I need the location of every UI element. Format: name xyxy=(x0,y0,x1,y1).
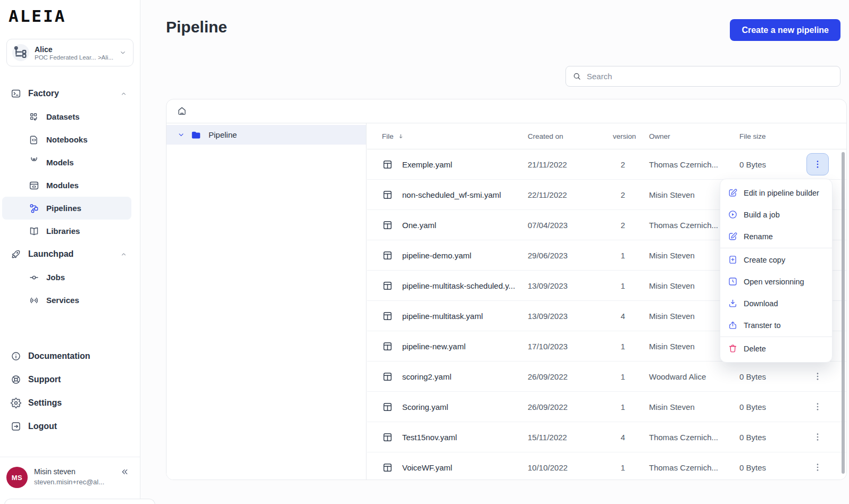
menu-item-open-versionning[interactable]: Open versionning xyxy=(720,271,832,292)
row-menu-button[interactable] xyxy=(806,396,829,418)
cell-created: 10/10/2022 xyxy=(520,463,605,472)
sidebar-item-pipelines[interactable]: Pipelines xyxy=(2,197,131,220)
cell-file: Scoring.yaml xyxy=(367,401,520,413)
cell-owner: Thomas Czernich... xyxy=(641,433,731,442)
cell-version: 1 xyxy=(605,463,641,472)
workspace-selector[interactable]: Alice POC Federated Lear... >Ali... xyxy=(6,39,134,66)
table-row[interactable]: Scoring.yaml26/09/20221Misin Steven0 Byt… xyxy=(367,392,846,422)
collapse-sidebar-icon[interactable] xyxy=(120,467,129,476)
row-menu-button[interactable] xyxy=(806,365,829,388)
play-icon xyxy=(728,209,738,220)
create-pipeline-button[interactable]: Create a new pipeline xyxy=(730,19,840,41)
menu-item-edit-in-pipeline-builder[interactable]: Edit in pipeline builder xyxy=(720,182,832,204)
menu-item-label: Open versionning xyxy=(744,278,804,286)
sidebar-item-modules[interactable]: Modules xyxy=(0,174,140,197)
datasets-icon xyxy=(29,112,39,122)
column-header-label: Created on xyxy=(528,132,563,140)
file-name: pipeline-demo.yaml xyxy=(402,251,471,260)
menu-item-delete[interactable]: Delete xyxy=(720,338,832,359)
file-name: One.yaml xyxy=(402,221,436,230)
sidebar-group-factory[interactable]: Factory xyxy=(0,82,140,105)
chevron-down-icon xyxy=(119,49,127,56)
file-table-icon xyxy=(382,159,393,170)
sidebar-link-label: Logout xyxy=(28,422,57,431)
page-title: Pipeline xyxy=(166,18,227,36)
table-row[interactable]: scoring2.yaml26/09/20221Woodward Alice0 … xyxy=(367,362,846,392)
folder-tree: Pipeline xyxy=(167,123,367,480)
sidebar-link-label: Support xyxy=(28,375,61,384)
workspace-scope: POC Federated Lear... >Ali... xyxy=(35,54,113,61)
home-icon xyxy=(177,106,187,116)
sidebar-item-jobs[interactable]: Jobs xyxy=(0,266,140,289)
table-row[interactable]: Exemple.yaml21/11/20222Thomas Czernich..… xyxy=(367,149,846,180)
cell-version: 1 xyxy=(605,402,641,411)
row-menu-button[interactable] xyxy=(806,426,829,448)
search-input[interactable] xyxy=(586,71,834,81)
cell-version: 2 xyxy=(605,190,641,199)
settings-icon xyxy=(11,398,21,408)
table-scrollbar[interactable] xyxy=(842,152,845,474)
modules-icon xyxy=(29,180,39,191)
file-name: non-scheduled_wf-smi.yaml xyxy=(402,190,501,199)
cell-owner: Woodward Alice xyxy=(641,372,731,381)
folder-icon xyxy=(190,129,202,140)
sidebar-link-settings[interactable]: Settings xyxy=(0,391,140,415)
app-root: ALEIA Alice POC Federated Lear... >Ali..… xyxy=(0,0,849,504)
row-menu-button[interactable] xyxy=(806,456,829,478)
cell-version: 2 xyxy=(605,221,641,230)
file-name: VoiceWF.yaml xyxy=(402,463,452,472)
row-menu-button[interactable] xyxy=(806,153,829,175)
workspace-name: Alice xyxy=(35,45,113,54)
cell-actions xyxy=(795,365,846,388)
cell-file: pipeline-demo.yaml xyxy=(367,250,520,261)
search-icon xyxy=(572,72,581,81)
sidebar-link-logout[interactable]: Logout xyxy=(0,415,140,438)
menu-divider xyxy=(720,337,832,337)
sidebar-group-launchpad[interactable]: Launchpad xyxy=(0,242,140,266)
menu-item-transter-to[interactable]: Transter to xyxy=(720,314,832,336)
sidebar-footer-links: DocumentationSupportSettingsLogout xyxy=(0,345,140,438)
cell-size: 0 Bytes xyxy=(731,402,795,411)
kebab-icon xyxy=(812,462,823,473)
home-button[interactable] xyxy=(174,104,189,119)
sidebar-item-notebooks[interactable]: Notebooks xyxy=(0,128,140,151)
sidebar-item-label: Libraries xyxy=(46,226,80,236)
sidebar-item-services[interactable]: Services xyxy=(0,289,140,312)
menu-item-rename[interactable]: Rename xyxy=(720,225,832,247)
chevron-down-icon[interactable] xyxy=(177,131,185,139)
column-header-file[interactable]: File xyxy=(367,132,520,140)
file-table-icon xyxy=(382,280,393,291)
table-row[interactable]: VoiceWF.yaml10/10/20221Thomas Czernich..… xyxy=(367,452,846,480)
menu-item-label: Build a job xyxy=(744,211,780,219)
table-row[interactable]: Test15nov.yaml15/11/20224Thomas Czernich… xyxy=(367,422,846,452)
sidebar-item-libraries[interactable]: Libraries xyxy=(0,220,140,242)
menu-item-create-copy[interactable]: Create copy xyxy=(720,249,832,271)
sidebar-link-documentation[interactable]: Documentation xyxy=(0,345,140,368)
sidebar-nav: FactoryDatasetsNotebooksModelsModulesPip… xyxy=(0,82,140,312)
sidebar-group-label: Factory xyxy=(28,89,59,98)
sidebar-item-datasets[interactable]: Datasets xyxy=(0,105,140,128)
browser-toolbar xyxy=(167,99,846,123)
sidebar-item-models[interactable]: Models xyxy=(0,151,140,174)
cell-version: 1 xyxy=(605,251,641,260)
file-table-icon xyxy=(382,250,393,261)
user-email: steven.misin+rec@al... xyxy=(34,478,104,486)
factory-icon xyxy=(11,88,21,99)
workspace-text: Alice POC Federated Lear... >Ali... xyxy=(35,45,113,61)
menu-item-label: Edit in pipeline builder xyxy=(744,189,819,197)
cell-actions xyxy=(795,456,846,478)
cell-owner: Misin Steven xyxy=(641,281,731,290)
menu-item-build-a-job[interactable]: Build a job xyxy=(720,204,832,225)
jobs-icon xyxy=(29,272,39,283)
tree-item-label: Pipeline xyxy=(209,130,237,139)
sidebar-link-support[interactable]: Support xyxy=(0,368,140,391)
file-table-icon xyxy=(382,371,393,382)
column-header-owner: Owner xyxy=(641,132,731,140)
file-table-icon xyxy=(382,432,393,443)
tree-item-pipeline[interactable]: Pipeline xyxy=(167,125,366,145)
chev-up-icon xyxy=(120,251,127,258)
file-table-icon xyxy=(382,401,393,413)
menu-item-download[interactable]: Download xyxy=(720,292,832,314)
column-header-label: Owner xyxy=(649,132,670,140)
cell-owner: Misin Steven xyxy=(641,312,731,321)
